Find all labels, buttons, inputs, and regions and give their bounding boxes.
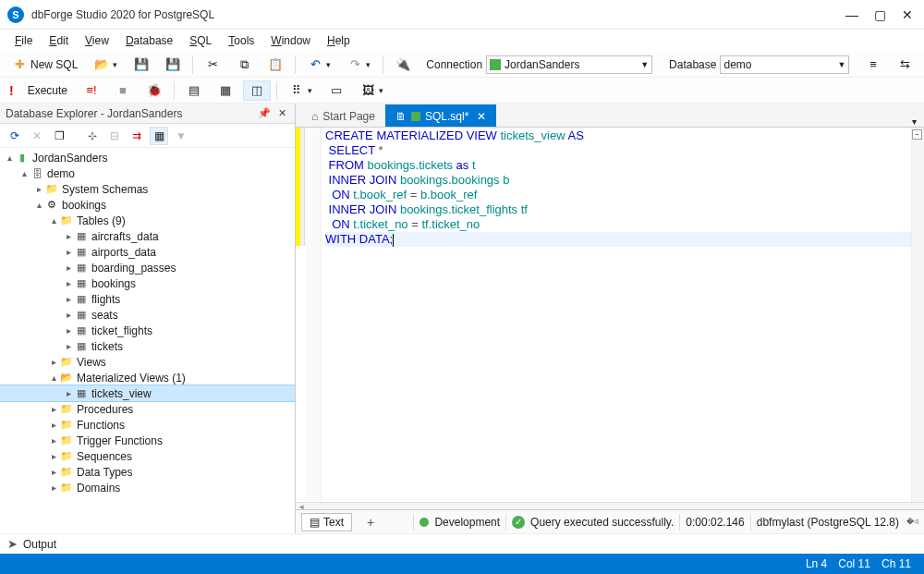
execute-button[interactable]: Execute bbox=[21, 81, 74, 100]
menu-tools[interactable]: Tools bbox=[221, 32, 261, 49]
toggle-view-button[interactable]: ▦ bbox=[212, 80, 239, 101]
maximize-button[interactable]: ▢ bbox=[874, 9, 885, 20]
h-scrollbar[interactable]: ◂ bbox=[296, 502, 924, 509]
triggerfns-node[interactable]: ▸📁Trigger Functions bbox=[0, 433, 295, 448]
menu-view[interactable]: View bbox=[78, 32, 116, 49]
menu-sql[interactable]: SQL bbox=[182, 32, 219, 49]
x-icon: ✕ bbox=[32, 129, 42, 142]
code-editor[interactable]: CREATE MATERIALIZED VIEW tickets_view AS… bbox=[296, 128, 924, 502]
new-sql-button[interactable]: ✚New SQL bbox=[6, 55, 84, 75]
add-result-tab[interactable]: + bbox=[359, 513, 382, 531]
vertical-scrollbar[interactable]: − bbox=[911, 128, 924, 502]
views-node[interactable]: ▸📁Views bbox=[0, 354, 295, 370]
cut-button[interactable]: ✂ bbox=[199, 55, 226, 75]
folder-icon: 📁 bbox=[59, 466, 74, 479]
table-node[interactable]: ▸▦aircrafts_data bbox=[0, 228, 295, 244]
close-button[interactable]: ✕ bbox=[902, 9, 913, 20]
status-bar: Ln 4 Col 11 Ch 11 bbox=[0, 554, 924, 574]
stop-button[interactable]: ■ bbox=[109, 80, 137, 101]
new-sql-label: New SQL bbox=[30, 58, 78, 71]
sql-toolbar: ! Execute ≡! ■ 🐞 ▤ ▦ ◫ ⠿▾ ▭ 🖼▾ bbox=[0, 78, 924, 104]
collapse-button[interactable]: ⊟ bbox=[105, 127, 124, 145]
tab-sql[interactable]: 🗎SQL.sql*✕ bbox=[385, 104, 496, 127]
sync-button[interactable]: ⇉ bbox=[128, 127, 146, 145]
debug-button[interactable]: 🐞 bbox=[140, 80, 168, 101]
explorer-tree[interactable]: ▴▮JordanSanders ▴🗄demo ▸📁System Schemas … bbox=[0, 148, 295, 533]
execute-icon: ! bbox=[6, 83, 18, 98]
panel-title: Database Explorer - JordanSanders bbox=[6, 107, 182, 120]
minimize-button[interactable]: — bbox=[846, 9, 857, 20]
folder-icon: 📁 bbox=[59, 214, 74, 227]
domains-node[interactable]: ▸📁Domains bbox=[0, 480, 295, 495]
functions-node[interactable]: ▸📁Functions bbox=[0, 417, 295, 433]
grid-icon: ▦ bbox=[218, 83, 233, 98]
database-icon: 🗄 bbox=[30, 167, 44, 180]
datatypes-node[interactable]: ▸📁Data Types bbox=[0, 464, 295, 480]
menu-file[interactable]: File bbox=[7, 32, 40, 49]
save-all-button[interactable]: 💾 bbox=[159, 55, 187, 75]
output-panel-tab[interactable]: ➤ Output bbox=[0, 533, 924, 554]
undo-button[interactable]: ↶▾ bbox=[301, 55, 337, 75]
tab-menu-button[interactable]: ▾ bbox=[905, 116, 924, 127]
open-button[interactable]: 📂▾ bbox=[88, 55, 124, 75]
paste-button[interactable]: 📋 bbox=[261, 55, 289, 75]
menu-help[interactable]: Help bbox=[320, 32, 358, 49]
copy-button[interactable]: ⧉ bbox=[230, 55, 258, 75]
comment-button[interactable]: ▭ bbox=[322, 80, 350, 101]
status-line: Ln 4 bbox=[806, 557, 827, 570]
refresh-button[interactable]: ⟳ bbox=[6, 127, 24, 145]
copy-icon: ⧉ bbox=[237, 57, 251, 72]
outline-icon: ▤ bbox=[187, 83, 201, 98]
table-node[interactable]: ▸▦bookings bbox=[0, 275, 295, 291]
menu-edit[interactable]: Edit bbox=[42, 32, 76, 49]
server-dropdown[interactable]: �এ bbox=[906, 517, 918, 527]
database-node[interactable]: ▴🗄demo bbox=[0, 165, 295, 181]
table-node[interactable]: ▸▦airports_data bbox=[0, 244, 295, 260]
outline-button[interactable]: ▤ bbox=[180, 80, 208, 101]
export-button[interactable]: 🖼▾ bbox=[354, 80, 390, 101]
menu-window[interactable]: Window bbox=[263, 32, 318, 49]
connection-combo[interactable]: JordanSanders ▼ bbox=[486, 55, 652, 74]
disconnect-button[interactable]: ✕ bbox=[28, 127, 46, 145]
tab-start-page[interactable]: ⌂Start Page bbox=[301, 104, 385, 127]
tables-node[interactable]: ▴📁Tables (9) bbox=[0, 213, 295, 228]
matviews-node[interactable]: ▴📂Materialized Views (1) bbox=[0, 370, 295, 385]
filter-button[interactable]: ▼ bbox=[172, 127, 190, 145]
split-toggle[interactable]: − bbox=[912, 129, 922, 140]
procedures-node[interactable]: ▸📁Procedures bbox=[0, 401, 295, 417]
database-combo[interactable]: demo ▼ bbox=[720, 55, 849, 74]
show-all-button[interactable]: ▦ bbox=[150, 127, 168, 145]
text-result-tab[interactable]: ▤Text bbox=[301, 513, 352, 531]
format-button[interactable]: ⠿▾ bbox=[283, 80, 319, 101]
expand-button[interactable]: ⊹ bbox=[83, 127, 102, 145]
change-gutter bbox=[296, 128, 305, 246]
menu-database[interactable]: Database bbox=[118, 32, 180, 49]
new-connection-button[interactable]: ❐ bbox=[50, 127, 68, 145]
folder-icon: 📁 bbox=[59, 434, 74, 447]
table-node[interactable]: ▸▦seats bbox=[0, 307, 295, 323]
schema-icon: ⚙ bbox=[44, 199, 59, 212]
panel-close-button[interactable]: ✕ bbox=[274, 106, 289, 121]
matview-item-node[interactable]: ▸▦tickets_view bbox=[0, 385, 295, 401]
tab-close-button[interactable]: ✕ bbox=[477, 110, 486, 123]
toolbar-extra-1[interactable]: ≡ bbox=[859, 55, 887, 75]
connect-button[interactable]: 🔌 bbox=[389, 55, 417, 75]
execute-to-cursor-button[interactable]: ≡! bbox=[78, 80, 105, 101]
home-icon: ⌂ bbox=[311, 110, 318, 123]
system-schemas-node[interactable]: ▸📁System Schemas bbox=[0, 181, 295, 197]
schema-bookings-node[interactable]: ▴⚙bookings bbox=[0, 197, 295, 213]
toggle-active-button[interactable]: ◫ bbox=[243, 80, 271, 101]
save-button[interactable]: 💾 bbox=[128, 55, 155, 75]
sequences-node[interactable]: ▸📁Sequences bbox=[0, 448, 295, 464]
table-node[interactable]: ▸▦boarding_passes bbox=[0, 260, 295, 275]
toolbar-extra-2[interactable]: ⇆ bbox=[891, 55, 918, 75]
code-text[interactable]: CREATE MATERIALIZED VIEW tickets_view AS… bbox=[322, 128, 924, 502]
folder-icon: 📁 bbox=[59, 356, 74, 369]
pin-button[interactable]: 📌 bbox=[257, 106, 272, 121]
redo-button[interactable]: ↷▾ bbox=[341, 55, 377, 75]
server-node[interactable]: ▴▮JordanSanders bbox=[0, 150, 295, 165]
table-node[interactable]: ▸▦ticket_flights bbox=[0, 323, 295, 338]
table-node[interactable]: ▸▦tickets bbox=[0, 338, 295, 354]
table-node[interactable]: ▸▦flights bbox=[0, 291, 295, 307]
result-tabs: ▤Text + Development ✓ Query executed suc… bbox=[296, 509, 924, 533]
